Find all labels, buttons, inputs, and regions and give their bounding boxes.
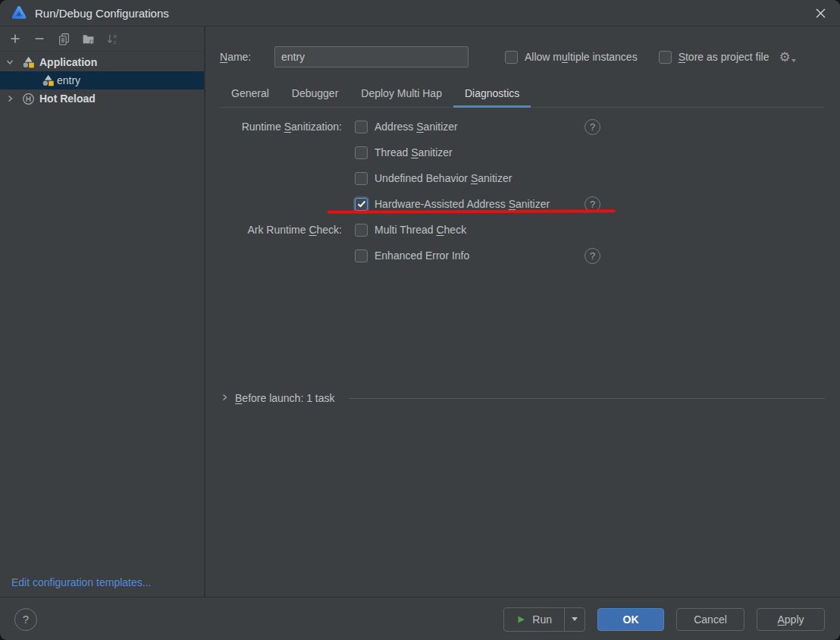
before-launch-label: Before launch: 1 task [235,392,335,404]
application-icon [22,56,35,69]
help-icon[interactable]: ? [585,248,600,264]
tree-item-label: Application [39,56,97,68]
enhanced-error-info-checkbox[interactable]: Enhanced Error Info [355,249,469,262]
checkbox-label: Allow multiple instances [525,51,638,63]
remove-configuration-button[interactable] [30,30,49,48]
checkbox-unchecked[interactable] [355,146,368,159]
checkbox-unchecked[interactable] [355,249,368,262]
checkbox-unchecked[interactable] [355,121,368,133]
tab-general[interactable]: General [220,81,281,107]
new-folder-button[interactable] [79,30,97,48]
checkbox-unchecked[interactable] [355,172,368,185]
gear-dropdown-arrow-icon [791,59,796,62]
undefined-behavior-sanitizer-checkbox[interactable]: Undefined Behavior Sanitizer [355,172,512,185]
configuration-tabs: General Debugger Deploy Multi Hap Diagno… [220,81,825,108]
checkbox-unchecked[interactable] [505,51,518,64]
chevron-down-icon [572,617,578,621]
chevron-right-icon[interactable] [5,94,15,103]
name-label: Name: [220,51,274,63]
diagnostics-form: Runtime Sanitization: Address Sanitizer … [220,114,825,268]
name-row: Name: Allow multiple instances Store as … [220,45,825,68]
hot-reload-icon [22,93,35,105]
tree-item-application[interactable]: Application [0,53,204,71]
form-row: Undefined Behavior Sanitizer [220,165,825,191]
tab-deploy-multi-hap[interactable]: Deploy Multi Hap [349,81,453,107]
deveco-studio-logo-icon [11,5,27,21]
checkbox-label: Thread Sanitizer [375,146,453,158]
plus-icon [9,33,21,45]
tab-diagnostics[interactable]: Diagnostics [453,81,531,107]
apply-button[interactable]: Apply [757,608,825,631]
chevron-right-icon[interactable] [220,392,229,404]
form-row: Ark Runtime Check: Multi Thread Check [220,217,825,243]
section-divider [349,398,825,399]
tab-debugger[interactable]: Debugger [281,81,350,107]
checkbox-label: Enhanced Error Info [375,249,469,262]
application-icon [42,74,55,87]
check-icon [357,200,366,208]
form-row: Hardware-Assisted Address Sanitizer ? [220,191,825,217]
dialog-help-button[interactable]: ? [14,608,37,631]
name-input[interactable] [274,46,469,67]
ok-button[interactable]: OK [597,608,664,631]
form-row: Enhanced Error Info ? [220,243,825,268]
run-play-icon [516,615,525,624]
before-launch-section[interactable]: Before launch: 1 task [220,389,825,407]
new-folder-icon [82,33,95,45]
run-button[interactable]: Run [504,608,564,631]
run-options-dropdown[interactable] [564,608,585,631]
sort-configurations-button[interactable]: a z [103,30,121,48]
tree-item-label: Hot Reload [39,93,96,105]
checkbox-unchecked[interactable] [659,51,672,64]
run-button-label: Run [532,613,552,626]
minus-icon [33,33,45,45]
form-row: Runtime Sanitization: Address Sanitizer … [220,114,825,140]
checkbox-label: Multi Thread Check [375,224,466,236]
checkbox-label: Store as project file [679,51,769,63]
run-debug-configurations-dialog: Run/Debug Configurations [0,0,840,640]
add-configuration-button[interactable] [6,30,24,48]
configuration-editor-panel: Name: Allow multiple instances Store as … [205,27,840,597]
svg-text:z: z [113,39,116,45]
copy-configuration-button[interactable] [55,30,73,48]
runtime-sanitization-label: Runtime Sanitization: [220,121,342,133]
tree-item-label: entry [57,74,80,86]
checkbox-label: Hardware-Assisted Address Sanitizer [375,198,550,210]
chevron-down-icon[interactable] [5,58,15,67]
store-as-project-file-checkbox[interactable]: Store as project file ⚙ [659,51,796,64]
tree-item-hot-reload[interactable]: Hot Reload [0,89,204,108]
sort-alpha-icon: a z [106,33,119,45]
hardware-assisted-address-sanitizer-checkbox[interactable]: Hardware-Assisted Address Sanitizer [355,198,550,211]
close-button[interactable] [810,2,831,24]
form-row: Thread Sanitizer [220,140,825,165]
copy-icon [58,33,71,45]
edit-configuration-templates-link[interactable]: Edit configuration templates... [11,576,151,588]
tree-item-entry[interactable]: entry [0,71,204,89]
multi-thread-check-checkbox[interactable]: Multi Thread Check [355,224,466,237]
sidebar-toolbar: a z [0,27,204,52]
help-icon[interactable]: ? [585,119,600,135]
checkbox-checked[interactable] [355,198,368,211]
allow-multiple-instances-checkbox[interactable]: Allow multiple instances [505,51,638,64]
titlebar: Run/Debug Configurations [0,0,840,27]
checkbox-unchecked[interactable] [355,224,368,237]
close-icon [815,8,826,19]
store-settings-gear-icon[interactable]: ⚙ [779,51,795,64]
configurations-tree: Application entry [0,53,204,108]
address-sanitizer-checkbox[interactable]: Address Sanitizer [355,121,458,133]
configurations-sidebar: a z Ap [0,27,205,597]
checkbox-label: Address Sanitizer [375,121,458,133]
ark-runtime-check-label: Ark Runtime Check: [220,224,342,236]
dialog-footer: ? Run OK Cancel Apply [0,597,840,640]
dialog-title: Run/Debug Configurations [35,7,169,20]
thread-sanitizer-checkbox[interactable]: Thread Sanitizer [355,146,453,159]
run-split-button[interactable]: Run [503,607,585,632]
cancel-button[interactable]: Cancel [676,608,744,631]
checkbox-label: Undefined Behavior Sanitizer [375,172,512,184]
